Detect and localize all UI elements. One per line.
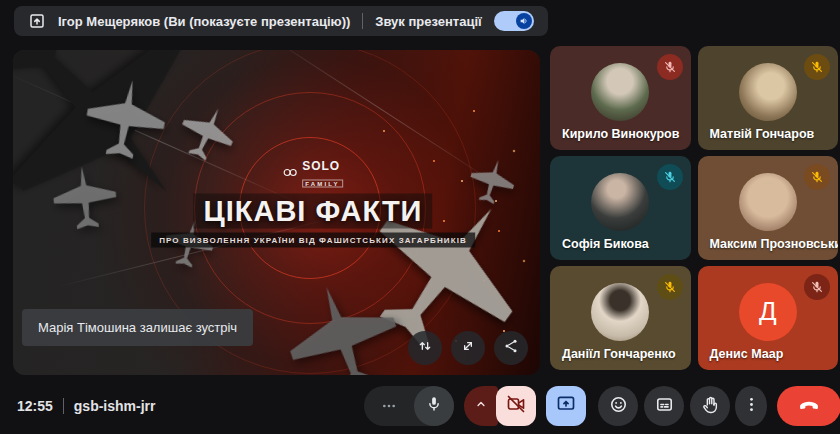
call-controls [364, 386, 840, 426]
fullscreen-icon [460, 338, 476, 358]
avatar [591, 283, 649, 341]
participant-name: Матвій Гончаров [710, 127, 815, 141]
mic-control[interactable] [364, 386, 454, 426]
fullscreen-button[interactable] [451, 331, 485, 365]
divider [63, 398, 64, 414]
end-call-button[interactable] [777, 386, 840, 426]
end-call-icon [798, 393, 820, 419]
mic-icon [425, 395, 443, 417]
logo-secondary-text: FAMILY [302, 180, 343, 188]
swap-vertical-icon [417, 338, 433, 358]
presentation-sound-label: Звук презентації [375, 14, 481, 29]
camera-options-button[interactable] [464, 386, 498, 426]
mic-off-icon [657, 164, 683, 190]
avatar [591, 173, 649, 231]
leave-notification-toast: Марія Тімошина залишає зустріч [22, 309, 253, 346]
presenter-label: Ігор Мещеряков (Ви (показуєте презентаці… [58, 14, 350, 29]
more-vertical-icon [742, 395, 761, 418]
logo-primary-text: SOLO [302, 159, 340, 173]
divider [362, 13, 363, 29]
raise-hand-icon [701, 395, 720, 418]
present-screen-icon [556, 394, 576, 418]
speaker-icon [516, 13, 532, 29]
mic-off-icon [657, 274, 683, 300]
more-options-button[interactable] [735, 386, 767, 426]
camera-off-icon [506, 394, 526, 418]
logo-icon [283, 168, 297, 178]
avatar [591, 63, 649, 121]
avatar [739, 63, 797, 121]
participant-tile[interactable]: Д Денис Маар [698, 266, 839, 370]
mic-off-icon [804, 164, 830, 190]
stage-action-buttons [408, 331, 528, 365]
participant-tile[interactable]: Кирило Винокуров [550, 46, 691, 150]
presentation-sound-toggle[interactable] [494, 11, 534, 31]
avatar [739, 173, 797, 231]
presenting-banner: Ігор Мещеряков (Ви (показуєте презентаці… [14, 6, 548, 36]
slide-text-block: SOLO FAMILY ЦІКАВІ ФАКТИ ПРО ВИЗВОЛЕННЯ … [151, 157, 475, 248]
participant-name: Даніїл Гончаренко [562, 347, 676, 361]
mic-off-icon [804, 54, 830, 80]
meeting-code: gsb-ishm-jrr [74, 398, 156, 414]
emoji-reactions-icon [609, 395, 628, 418]
mic-button[interactable] [414, 386, 454, 426]
captions-icon [655, 395, 674, 418]
participant-name: Кирило Винокуров [562, 127, 679, 141]
plane-silhouette [76, 71, 174, 169]
participant-name: Максим Прозновський [710, 237, 839, 251]
slide-subtitle: ПРО ВИЗВОЛЕННЯ УКРАЇНИ ВІД ФАШИСТСЬКИХ З… [151, 233, 475, 248]
present-screen-button[interactable] [546, 386, 586, 426]
clock-time: 12:55 [17, 398, 53, 414]
captions-button[interactable] [644, 386, 684, 426]
meeting-info: 12:55 gsb-ishm-jrr [17, 398, 156, 414]
chevron-up-icon [474, 397, 488, 415]
plane-silhouette [48, 162, 123, 237]
participants-grid: Кирило Винокуров Матвій Гончаров Софія Б… [550, 46, 838, 370]
present-to-screen-icon [28, 12, 46, 30]
mic-off-icon [804, 274, 830, 300]
camera-control [464, 386, 536, 426]
participant-tile[interactable]: Даніїл Гончаренко [550, 266, 691, 370]
participant-name: Софія Бикова [562, 237, 649, 251]
participant-tile[interactable]: Софія Бикова [550, 156, 691, 260]
solo-family-logo: SOLO FAMILY [151, 157, 475, 189]
share-icon [503, 338, 519, 358]
participant-name: Денис Маар [710, 347, 784, 361]
participant-tile[interactable]: Максим Прозновський [698, 156, 839, 260]
slide-title: ЦІКАВІ ФАКТИ [194, 194, 433, 229]
swap-layout-button[interactable] [408, 331, 442, 365]
mic-off-icon [657, 54, 683, 80]
share-button[interactable] [494, 331, 528, 365]
avatar-initial: Д [739, 283, 797, 341]
reactions-button[interactable] [598, 386, 638, 426]
presentation-stage[interactable]: SOLO FAMILY ЦІКАВІ ФАКТИ ПРО ВИЗВОЛЕННЯ … [13, 50, 540, 375]
raise-hand-button[interactable] [690, 386, 730, 426]
participant-tile[interactable]: Матвій Гончаров [698, 46, 839, 150]
more-horizontal-icon[interactable] [364, 398, 414, 414]
camera-button[interactable] [496, 386, 536, 426]
